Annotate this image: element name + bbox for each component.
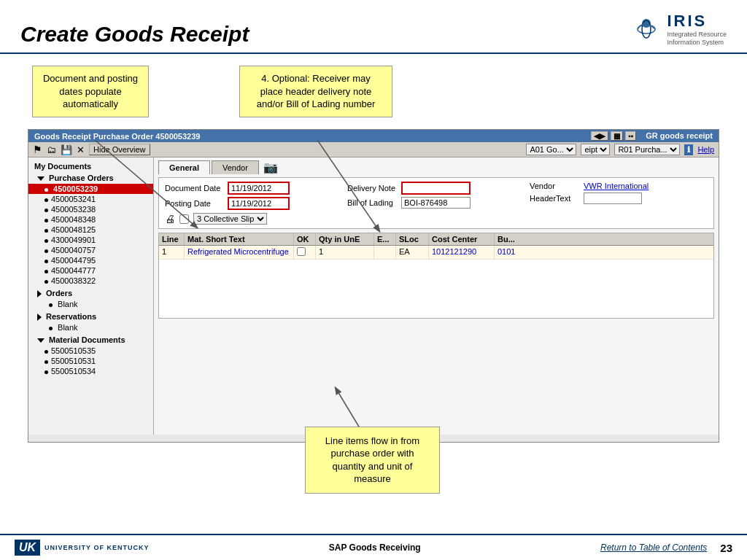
sidebar-material-docs: Material Documents [28,334,153,346]
sap-body: My Documents Purchase Orders 4500053239 … [28,158,719,435]
sidebar-item-po-8[interactable]: 4500044795 [28,255,153,265]
page-title: Create Goods Receipt [20,22,249,47]
sidebar-item-po-2[interactable]: 4500053241 [28,194,153,204]
cell-uom: EA [396,246,429,259]
sidebar-purchase-orders: Purchase Orders [28,172,153,184]
page-number: 23 [720,542,732,554]
bill-of-lading-label: Bill of Lading [347,198,398,207]
sap-main-content: General Vendor 📷 Document Date [154,158,719,435]
vendor-label: Vendor [530,182,581,190]
col-bu: Bu... [495,233,535,245]
vendor-value: VWR International [584,182,649,190]
delivery-note-input[interactable] [401,182,471,195]
sap-titlebar: Goods Receipt Purchase Order 4500053239 … [28,130,719,142]
iris-brand: IRIS [667,12,707,31]
sidebar-orders: Orders [28,287,153,299]
collective-slip-checkbox[interactable] [179,214,189,224]
uk-logo-box: UK [15,540,40,556]
header-text-input[interactable] [584,192,642,204]
cell-e [374,246,396,259]
iris-logo-icon [629,12,664,47]
sidebar-item-po-3[interactable]: 4500053238 [28,204,153,214]
sap-form: Document Date Posting Date Delivery [158,177,714,229]
doc-date-label: Document Date [165,184,225,192]
cell-cost-center: 1012121290 [429,246,495,259]
sap-sidebar: My Documents Purchase Orders 4500053239 … [28,158,154,435]
cell-bu: 0101 [495,246,535,259]
posting-date-input[interactable] [228,197,290,210]
cell-line: 1 [159,246,185,259]
tab-vendor[interactable]: Vendor [212,160,259,174]
callout-1: Document and posting dates populate auto… [32,66,149,117]
posting-date-label: Posting Date [165,199,225,208]
sap-icon-btn-grid[interactable]: ▦ [611,131,623,141]
col-sloc: SLoc [396,233,429,245]
sap-select-2[interactable]: eipt [581,144,610,155]
table-row[interactable]: 1 Refrigerated Microcentrifuge 1 EA 1012… [159,246,713,260]
col-line: Line [159,233,185,245]
sidebar-item-po-1[interactable]: 4500053239 [28,184,153,194]
sap-menubar: ⚑ 🗂 💾 ✕ Hide Overview A01 Go... eipt R01… [28,142,719,158]
table-header: Line Mat. Short Text OK Qty in UnE E... … [159,233,713,246]
bill-of-lading-input[interactable] [401,197,471,209]
collective-slip-select[interactable]: 3 Collective Slip [193,213,267,225]
sidebar-item-po-5[interactable]: 4500048125 [28,225,153,235]
sap-icon-info-btn[interactable]: ℹ [684,144,693,155]
sap-select-3[interactable]: R01 Purcha... [614,144,680,155]
sidebar-orders-blank[interactable]: Blank [28,299,153,309]
header-text-label: HeaderText [530,194,581,203]
sap-screen: Goods Receipt Purchase Order 4500053239 … [28,129,719,443]
sap-icon-btn-info[interactable]: ▪▪ [625,131,636,141]
tab-general[interactable]: General [158,160,210,174]
sidebar-item-po-10[interactable]: 4500038322 [28,276,153,286]
sidebar-item-po-6[interactable]: 4300049901 [28,235,153,245]
hide-overview-btn[interactable]: Hide Overview [89,144,150,155]
sidebar-my-docs: My Documents [28,160,153,172]
col-e: E... [374,233,396,245]
sap-icon-save[interactable]: 💾 [61,144,72,155]
sap-icon-docs[interactable]: 🗂 [47,144,56,155]
callout-2: 4. Optional: Receiver may place header d… [239,66,392,117]
header: Create Goods Receipt IRIS Integrated Res… [0,0,747,54]
iris-logo: IRIS Integrated ResourceInformation Syst… [629,12,727,47]
sidebar-reservations-blank[interactable]: Blank [28,322,153,332]
sidebar-item-po-9[interactable]: 4500044777 [28,265,153,276]
sap-icon-print[interactable]: 🖨 [165,213,175,225]
uk-name: UNIVERSITY OF KENTUCKY [44,544,149,551]
cell-ok[interactable] [294,246,316,259]
sidebar-mat-doc-3[interactable]: 5500510534 [28,366,153,376]
return-to-toc-link[interactable]: Return to Table of Contents [600,542,707,553]
footer-right: Return to Table of Contents 23 [600,542,732,554]
callout-3: Line items flow in from purchase order w… [305,427,440,494]
col-ok: OK [294,233,316,245]
sidebar-item-po-4[interactable]: 4500048348 [28,214,153,225]
main-content: Goods Receipt Purchase Order 4500053239 … [20,60,727,526]
sidebar-reservations: Reservations [28,311,153,322]
cell-mat-text: Refrigerated Microcentrifuge [185,246,294,259]
sap-icon-btn-nav[interactable]: ◀▶ [591,131,608,141]
sap-select-1[interactable]: A01 Go... [526,144,576,155]
footer-center: SAP Goods Receiving [329,542,421,553]
col-cost-center: Cost Center [429,233,495,245]
footer: UK UNIVERSITY OF KENTUCKY SAP Goods Rece… [0,534,747,560]
doc-date-input[interactable] [228,182,290,195]
col-mat-text: Mat. Short Text [185,233,294,245]
sap-table: Line Mat. Short Text OK Qty in UnE E... … [158,233,714,319]
cell-qty: 1 [316,246,374,259]
sidebar-item-po-7[interactable]: 4500040757 [28,245,153,255]
sap-icon-camera[interactable]: 📷 [263,160,278,174]
footer-left: UK UNIVERSITY OF KENTUCKY [15,540,149,556]
col-qty: Qty in UnE [316,233,374,245]
sap-tabs: General Vendor 📷 [158,160,714,174]
sap-icon-x[interactable]: ✕ [77,144,85,155]
help-label[interactable]: Help [697,145,714,154]
sap-icon-flag[interactable]: ⚑ [33,144,42,155]
delivery-note-label: Delivery Note [347,184,398,192]
sap-status-right: GR goods receipt [646,131,713,141]
sidebar-mat-doc-1[interactable]: 5500510535 [28,346,153,356]
sidebar-mat-doc-2[interactable]: 5500510531 [28,356,153,366]
iris-subtitle: Integrated ResourceInformation System [667,31,727,47]
